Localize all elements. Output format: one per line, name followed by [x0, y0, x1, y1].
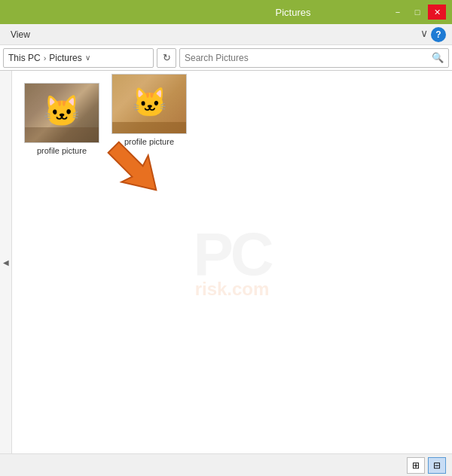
file-label-2: profile picture: [124, 137, 174, 146]
file-items: profile picture profile picture: [24, 83, 440, 155]
help-button[interactable]: ?: [431, 27, 446, 42]
maximize-button[interactable]: □: [408, 5, 426, 20]
scroll-indicator: ◀: [3, 258, 9, 267]
file-item-2[interactable]: profile picture: [111, 74, 187, 146]
details-view-button[interactable]: ⊞: [407, 457, 425, 474]
file-item-1[interactable]: profile picture: [24, 83, 99, 155]
large-icons-view-icon: ⊟: [433, 460, 441, 471]
address-bar: This PC › Pictures ∨ ↻ 🔍: [0, 45, 452, 71]
watermark: PC risk.com: [193, 224, 270, 300]
breadcrumb-dropdown-arrow[interactable]: ∨: [85, 53, 90, 62]
file-label-1: profile picture: [37, 146, 87, 155]
search-icon[interactable]: 🔍: [432, 52, 444, 63]
file-thumbnail-2: [111, 74, 187, 134]
details-view-icon: ⊞: [412, 460, 420, 471]
window-title: Pictures: [197, 7, 389, 18]
breadcrumb-this-pc: This PC: [8, 53, 41, 63]
title-bar: Pictures − □ ✕: [0, 0, 452, 24]
breadcrumb[interactable]: This PC › Pictures ∨: [3, 48, 154, 68]
menu-bar: View ∨ ?: [0, 24, 452, 45]
file-area: PC risk.com profile picture profile pict…: [12, 71, 452, 453]
menu-dropdown-arrow[interactable]: ∨: [420, 27, 428, 42]
window-controls: − □ ✕: [389, 5, 446, 20]
search-box: 🔍: [179, 48, 449, 68]
status-bar: ⊞ ⊟: [0, 453, 452, 476]
watermark-pc-text: PC: [193, 224, 270, 285]
menu-right-controls: ∨ ?: [420, 27, 446, 42]
file-thumbnail-1: [24, 83, 99, 143]
main-content: ◀ PC risk.com profile picture profile pi…: [0, 71, 452, 453]
close-button[interactable]: ✕: [428, 5, 446, 20]
watermark-domain-text: risk.com: [193, 279, 270, 300]
breadcrumb-separator: ›: [44, 53, 47, 63]
scroll-left-area: ◀: [0, 71, 12, 453]
large-icons-view-button[interactable]: ⊟: [428, 457, 446, 474]
refresh-button[interactable]: ↻: [157, 48, 176, 68]
view-menu[interactable]: View: [6, 28, 35, 41]
breadcrumb-pictures: Pictures: [49, 53, 81, 63]
search-input[interactable]: [185, 53, 432, 63]
minimize-button[interactable]: −: [389, 5, 407, 20]
